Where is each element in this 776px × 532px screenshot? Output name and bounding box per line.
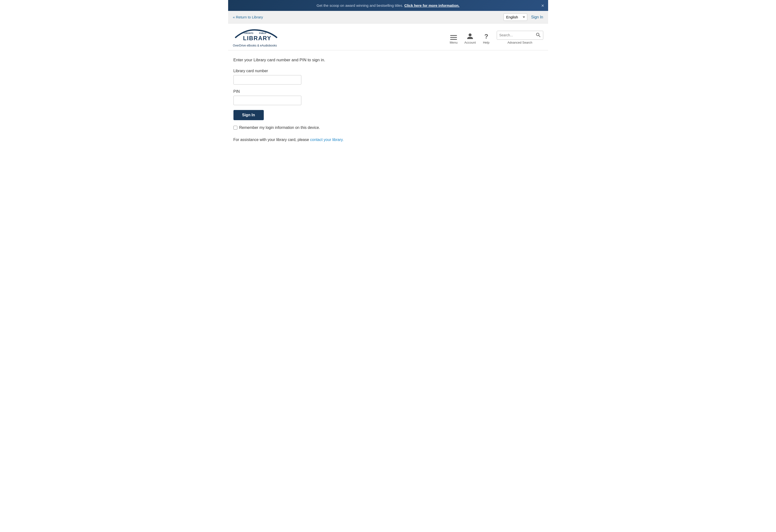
menu-label: Menu bbox=[450, 41, 458, 44]
intro-text: Enter your Library card number and PIN t… bbox=[233, 58, 543, 62]
pin-label: PIN bbox=[233, 89, 543, 94]
svg-text:PUBLIC: PUBLIC bbox=[259, 32, 266, 34]
signin-button[interactable]: Sign In bbox=[233, 110, 264, 120]
search-area: Advanced Search bbox=[497, 31, 543, 44]
banner-close-button[interactable]: × bbox=[541, 3, 544, 8]
logo-area: TORONTO PUBLIC LIBRARY OverDrive eBooks … bbox=[233, 28, 281, 47]
assistance-prefix: For assistance with your library card, p… bbox=[233, 138, 310, 142]
svg-text:?: ? bbox=[484, 33, 488, 40]
menu-icon bbox=[450, 35, 457, 40]
svg-text:TORONTO: TORONTO bbox=[243, 32, 253, 34]
announcement-banner: Get the scoop on award winning and bests… bbox=[228, 0, 548, 11]
account-icon bbox=[466, 32, 474, 40]
contact-library-link[interactable]: contact your library. bbox=[310, 138, 344, 142]
assistance-text: For assistance with your library card, p… bbox=[233, 138, 543, 142]
remember-checkbox[interactable] bbox=[233, 126, 237, 129]
svg-point-3 bbox=[468, 33, 471, 36]
card-number-label: Library card number bbox=[233, 69, 543, 73]
help-label: Help bbox=[483, 41, 490, 44]
top-navigation: « Return to Library English Français Esp… bbox=[228, 11, 548, 23]
logo-subtitle: OverDrive eBooks & eAudiobooks bbox=[233, 44, 277, 47]
help-icon: ? bbox=[483, 32, 490, 40]
banner-link[interactable]: Click here for more information. bbox=[404, 3, 460, 8]
svg-text:LIBRARY: LIBRARY bbox=[243, 35, 271, 41]
site-header: TORONTO PUBLIC LIBRARY OverDrive eBooks … bbox=[228, 23, 548, 50]
menu-nav-item[interactable]: Menu bbox=[450, 35, 458, 44]
help-nav-item[interactable]: ? Help bbox=[483, 32, 490, 44]
top-signin-link[interactable]: Sign In bbox=[531, 15, 543, 19]
language-select[interactable]: English Français Español bbox=[504, 13, 527, 21]
main-content: Enter your Library card number and PIN t… bbox=[228, 50, 548, 149]
svg-line-6 bbox=[539, 35, 540, 37]
top-nav-right: English Français Español Sign In bbox=[504, 13, 543, 21]
remember-row: Remember my login information on this de… bbox=[233, 125, 543, 130]
search-box bbox=[497, 31, 543, 40]
header-navigation: Menu Account ? Help bbox=[450, 31, 543, 44]
pin-input[interactable] bbox=[233, 96, 301, 105]
account-nav-item[interactable]: Account bbox=[464, 32, 476, 44]
card-number-input[interactable] bbox=[233, 75, 301, 84]
search-button[interactable] bbox=[533, 31, 543, 39]
banner-text: Get the scoop on award winning and bests… bbox=[317, 3, 404, 8]
library-logo: TORONTO PUBLIC LIBRARY bbox=[233, 28, 281, 43]
account-label: Account bbox=[464, 41, 476, 44]
remember-text: Remember my login information on this de… bbox=[239, 125, 320, 130]
search-icon bbox=[536, 32, 541, 37]
return-to-library-link[interactable]: « Return to Library bbox=[233, 15, 263, 19]
advanced-search-link[interactable]: Advanced Search bbox=[508, 41, 532, 44]
search-input[interactable] bbox=[497, 31, 533, 39]
